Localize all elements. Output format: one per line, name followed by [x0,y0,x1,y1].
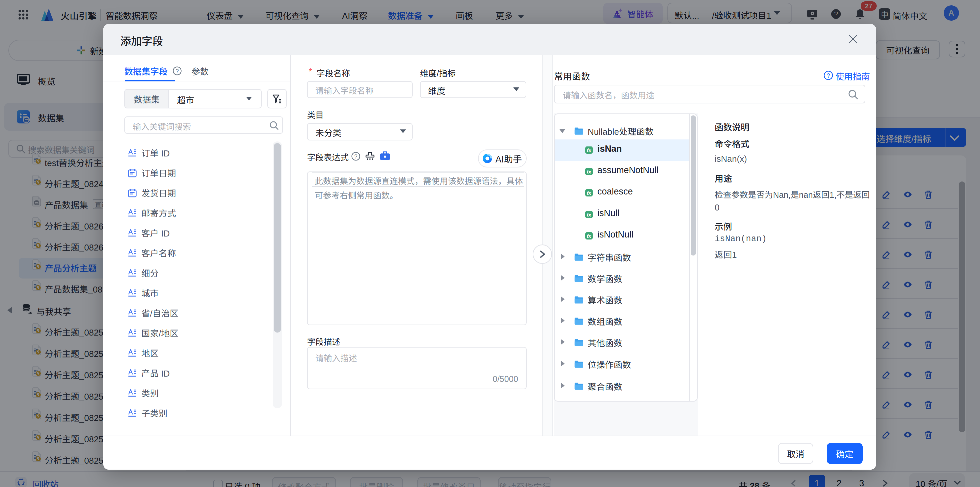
svg-text:fx: fx [587,147,591,153]
svg-text:?: ? [176,68,179,74]
svg-text:?: ? [827,72,830,79]
svg-text:fx: fx [587,233,591,239]
svg-text:fx: fx [587,190,591,196]
svg-text:?: ? [354,153,358,160]
svg-text:fx: fx [587,169,591,174]
svg-text:fx: fx [587,212,591,217]
